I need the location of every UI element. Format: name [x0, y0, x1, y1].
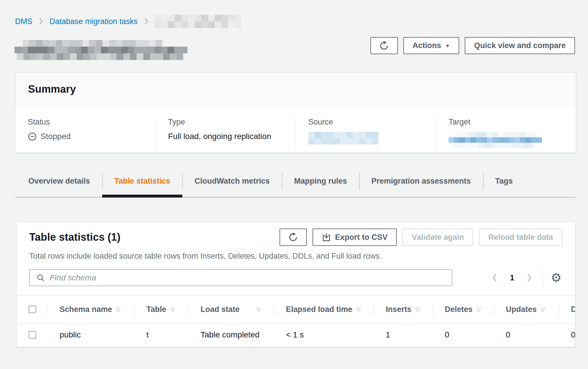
summary-field-status: Status Stopped	[15, 118, 155, 148]
type-value: Full load, ongoing replication	[168, 132, 295, 141]
column-label: Deletes	[445, 305, 473, 314]
tab-label: CloudWatch metrics	[194, 177, 270, 185]
column-label: Table	[146, 305, 166, 314]
refresh-table-button[interactable]	[280, 229, 307, 246]
tab-tags[interactable]: Tags	[483, 171, 525, 197]
minus-circle-icon	[28, 132, 37, 141]
validate-again-label: Validate again	[412, 233, 464, 242]
column-label: Load state	[201, 305, 240, 314]
table-statistics-description: Total rows include loaded source table r…	[29, 252, 562, 261]
quick-view-compare-button[interactable]: Quick view and compare	[465, 37, 575, 54]
redacted-target-link	[449, 137, 542, 143]
field-label: Type	[168, 118, 295, 127]
reload-table-data-label: Reload table data	[488, 233, 553, 242]
column-label: Schema name	[60, 305, 112, 314]
row-select-cell	[16, 324, 47, 346]
redacted-source-link	[308, 132, 378, 145]
column-header-inserts[interactable]: Inserts▽	[374, 296, 433, 324]
chevron-right-icon	[527, 273, 532, 282]
breadcrumb-link-dms[interactable]: DMS	[15, 17, 32, 26]
column-header-deletes[interactable]: Deletes▽	[433, 296, 494, 324]
redacted-breadcrumb-task-name	[155, 15, 241, 28]
divider	[543, 270, 543, 286]
sort-icon: ▽	[116, 306, 121, 313]
dms-task-page: DMS Database migration tasks Actions ▼ Q…	[0, 0, 588, 369]
reload-table-data-button: Reload table data	[479, 229, 562, 246]
tab-overview-details[interactable]: Overview details	[15, 171, 102, 197]
summary-card: Summary Status Stopped Type Full load, o…	[15, 72, 576, 153]
schema-search	[29, 269, 452, 286]
tab-mapping-rules[interactable]: Mapping rules	[282, 171, 359, 197]
tab-label: Premigration assessments	[371, 177, 471, 185]
summary-field-target: Target	[436, 118, 576, 148]
tab-table-statistics[interactable]: Table statistics	[102, 171, 182, 197]
chevron-left-icon	[492, 273, 497, 282]
gear-icon[interactable]: ⚙	[551, 272, 562, 284]
tab-cloudwatch-metrics[interactable]: CloudWatch metrics	[182, 171, 282, 197]
cell-updates: 0	[494, 324, 559, 346]
summary-body: Status Stopped Type Full load, ongoing r…	[15, 106, 576, 158]
table-statistics-title: Table statistics (1)	[29, 231, 120, 243]
column-header-schema-name[interactable]: Schema name▽	[47, 296, 134, 324]
redacted-title-row	[14, 47, 188, 53]
column-header-table[interactable]: Table▽	[134, 296, 188, 324]
sort-icon: ▽	[477, 306, 481, 313]
column-label: DDLs	[571, 305, 575, 314]
column-header-ddls[interactable]: DDLs▽	[559, 296, 575, 324]
tab-label: Table statistics	[114, 177, 170, 185]
filter-row: 1 ⚙	[29, 269, 562, 286]
field-label: Target	[449, 118, 576, 127]
quick-view-label: Quick view and compare	[474, 41, 566, 50]
search-input[interactable]	[50, 273, 452, 282]
export-csv-button[interactable]: Export to CSV	[313, 229, 397, 246]
summary-field-type: Type Full load, ongoing replication	[155, 118, 295, 148]
sort-icon: ▽	[256, 306, 261, 313]
export-csv-label: Export to CSV	[335, 233, 388, 242]
cell-load-state: Table completed	[188, 324, 274, 346]
actions-menu-button[interactable]: Actions ▼	[403, 37, 460, 54]
field-label: Source	[308, 118, 436, 127]
column-header-elapsed-load-time[interactable]: Elapsed load time▽	[274, 296, 374, 324]
summary-title: Summary	[28, 83, 76, 95]
tab-premigration-assessments[interactable]: Premigration assessments	[359, 171, 483, 197]
column-header-updates[interactable]: Updates▽	[494, 296, 559, 324]
caret-down-icon: ▼	[445, 43, 450, 48]
field-label: Status	[28, 118, 155, 127]
next-page-button[interactable]	[525, 273, 534, 282]
row-checkbox[interactable]	[29, 331, 36, 339]
cell-table: t	[134, 324, 188, 346]
cell-inserts: 1	[374, 324, 433, 346]
sort-icon: ▽	[170, 306, 175, 313]
column-header-load-state[interactable]: Load state▽	[188, 296, 274, 324]
previous-page-button[interactable]	[490, 273, 499, 282]
tab-label: Overview details	[28, 177, 90, 185]
column-label: Inserts	[386, 305, 411, 314]
validate-again-button: Validate again	[403, 229, 473, 246]
summary-card-header: Summary	[15, 73, 576, 106]
tab-label: Tags	[495, 177, 513, 185]
refresh-button[interactable]	[370, 37, 398, 54]
current-page: 1	[510, 273, 514, 282]
cell-deletes: 0	[433, 324, 494, 346]
search-icon	[36, 273, 45, 282]
refresh-icon	[288, 232, 298, 242]
status-badge: Stopped	[28, 132, 155, 141]
sort-icon: ▽	[357, 306, 361, 313]
redacted-title-row	[23, 40, 162, 47]
cell-schema-name: public	[47, 324, 134, 346]
redacted-page-title	[14, 40, 188, 60]
column-label: Elapsed load time	[286, 305, 352, 314]
cell-elapsed-load-time: < 1 s	[274, 324, 374, 346]
chevron-right-icon	[39, 18, 43, 25]
sort-icon: ▽	[541, 306, 545, 313]
select-all-cell	[16, 296, 47, 324]
cell-ddls: 0	[559, 324, 575, 346]
status-text: Stopped	[41, 132, 71, 141]
redacted-target-link	[454, 132, 536, 137]
table-statistics-table: Schema name▽ Table▽ Load state▽ Elapsed …	[16, 295, 575, 346]
select-all-checkbox[interactable]	[29, 306, 36, 313]
redacted-target-link	[451, 143, 534, 148]
breadcrumb-link-tasks[interactable]: Database migration tasks	[49, 17, 138, 26]
page-actions: Actions ▼ Quick view and compare	[370, 37, 575, 54]
column-label: Updates	[506, 305, 537, 314]
